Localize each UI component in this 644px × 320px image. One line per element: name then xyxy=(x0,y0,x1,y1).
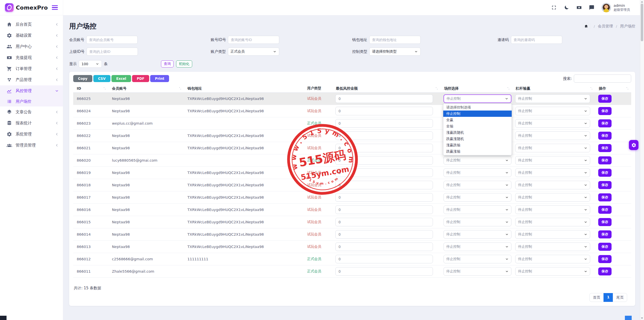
column-header-1[interactable]: 会员账号 xyxy=(108,86,184,91)
menu-toggle-icon[interactable] xyxy=(51,4,59,11)
export-copy-button[interactable]: Copy xyxy=(73,75,92,82)
dropdown-option[interactable]: 全输 xyxy=(443,123,512,129)
min-risk-amount-input[interactable] xyxy=(335,255,433,263)
min-risk-amount-input[interactable] xyxy=(335,267,433,276)
pagination-page-1[interactable]: 1 xyxy=(603,293,613,302)
save-button[interactable]: 保存 xyxy=(598,119,612,127)
wallet-icon[interactable] xyxy=(576,5,582,10)
sidebar-item-admin-management[interactable]: 管理员管理 xyxy=(0,140,63,151)
lever-winlose-select[interactable]: 停止控制 xyxy=(515,181,590,189)
sidebar-item-dashboard[interactable]: 后台首页 xyxy=(0,19,63,30)
min-risk-amount-input[interactable] xyxy=(335,94,433,103)
column-header-0[interactable]: ID xyxy=(73,86,108,90)
scene-control-select[interactable]: 停止控制 xyxy=(444,156,511,165)
scene-control-select[interactable]: 停止控制 xyxy=(444,242,511,251)
column-header-5[interactable]: 场控选择 xyxy=(440,86,512,91)
scene-control-select[interactable]: 停止控制 xyxy=(444,205,511,214)
lever-winlose-select[interactable]: 停止控制 xyxy=(515,218,590,226)
lever-winlose-select[interactable]: 停止控制 xyxy=(515,267,590,276)
min-risk-amount-input[interactable] xyxy=(335,144,433,152)
save-button[interactable]: 保存 xyxy=(598,169,612,177)
scene-control-select[interactable]: 停止控制 xyxy=(444,230,511,239)
column-header-7[interactable]: 操作 xyxy=(595,86,631,91)
scene-control-select[interactable]: 停止控制 xyxy=(444,193,511,202)
lever-winlose-select[interactable]: 停止控制 xyxy=(515,168,590,177)
pagination-first[interactable]: 首页 xyxy=(589,293,604,302)
dropdown-option[interactable]: 跌赢涨随机 xyxy=(443,136,512,142)
min-risk-amount-input[interactable] xyxy=(335,181,433,189)
save-button[interactable]: 保存 xyxy=(598,156,612,164)
save-button[interactable]: 保存 xyxy=(598,206,612,214)
min-risk-amount-input[interactable] xyxy=(335,205,433,214)
save-button[interactable]: 保存 xyxy=(598,144,612,152)
dropdown-option[interactable]: 停止控制 xyxy=(443,111,512,117)
lever-winlose-select[interactable]: 停止控制 xyxy=(515,242,590,251)
lever-winlose-select[interactable]: 停止控制 xyxy=(515,131,590,140)
dropdown-option[interactable]: 涨赢跌输 xyxy=(443,142,512,148)
sidebar-item-recharge-withdraw[interactable]: 充值提现 xyxy=(0,52,63,63)
search-input[interactable] xyxy=(574,75,631,83)
scene-control-select[interactable]: 停止控制 xyxy=(444,267,511,276)
export-csv-button[interactable]: CSV xyxy=(93,75,110,82)
admin-menu[interactable]: admin 超级管理员 xyxy=(601,3,630,12)
scene-control-select[interactable]: 停止控制 xyxy=(444,94,511,103)
min-risk-amount-input[interactable] xyxy=(335,107,433,115)
fullscreen-icon[interactable] xyxy=(551,5,557,10)
lever-winlose-select[interactable]: 停止控制 xyxy=(515,205,590,214)
pagination-last[interactable]: 尾页 xyxy=(613,293,627,302)
sidebar-item-order-management[interactable]: 订单管理 xyxy=(0,63,63,74)
sidebar-item-system-management[interactable]: 系统管理 xyxy=(0,129,63,140)
save-button[interactable]: 保存 xyxy=(598,181,612,189)
filter-control-type-select[interactable]: 请选择控制类型 xyxy=(369,48,421,56)
save-button[interactable]: 保存 xyxy=(598,95,612,103)
lever-winlose-select[interactable]: 停止控制 xyxy=(515,107,590,115)
save-button[interactable]: 保存 xyxy=(598,132,612,140)
sidebar-item-article-notice[interactable]: 文章公告 xyxy=(0,106,63,118)
dropdown-option[interactable]: 全赢 xyxy=(443,117,512,123)
save-button[interactable]: 保存 xyxy=(598,243,612,251)
lever-winlose-select[interactable]: 停止控制 xyxy=(515,230,590,239)
column-header-6[interactable]: 杠杆输赢 xyxy=(512,86,595,91)
scrollbar-thumb[interactable] xyxy=(641,4,643,41)
lever-winlose-select[interactable]: 停止控制 xyxy=(515,193,590,202)
lever-winlose-select[interactable]: 停止控制 xyxy=(515,94,590,103)
settings-fab-gear-icon[interactable] xyxy=(629,140,638,150)
reset-button[interactable]: 初始化 xyxy=(176,60,192,67)
sidebar-item-report-statistics[interactable]: 报表统计 xyxy=(0,118,63,129)
scene-control-select[interactable]: 停止控制 xyxy=(444,255,511,263)
filter-invite-code-input[interactable] xyxy=(511,36,562,44)
filter-account-id-input[interactable] xyxy=(228,36,279,44)
export-excel-button[interactable]: Excel xyxy=(111,75,131,82)
column-header-3[interactable]: 用户类型 xyxy=(297,86,332,91)
filter-wallet-address-input[interactable] xyxy=(369,36,421,44)
save-button[interactable]: 保存 xyxy=(598,107,612,115)
save-button[interactable]: 保存 xyxy=(598,255,612,263)
filter-account-type-select[interactable]: 正式会员 xyxy=(228,48,279,56)
dropdown-option[interactable]: 跌赢涨输 xyxy=(443,148,512,155)
min-risk-amount-input[interactable] xyxy=(335,156,433,165)
avatar[interactable] xyxy=(601,3,611,12)
scene-control-select[interactable]: 停止控制 xyxy=(444,168,511,177)
breadcrumb-item[interactable]: 会员管理 xyxy=(598,24,613,29)
messages-icon[interactable] xyxy=(589,5,594,10)
export-print-button[interactable]: Print xyxy=(150,75,169,82)
sidebar-subitem-user-scene-control[interactable]: 用户场控 xyxy=(0,96,63,106)
scrollbar-down-arrow-icon[interactable] xyxy=(641,317,643,319)
lever-winlose-select[interactable]: 停止控制 xyxy=(515,119,590,128)
query-button[interactable]: 查询 xyxy=(161,60,174,67)
export-pdf-button[interactable]: PDF xyxy=(132,75,149,82)
lever-winlose-select[interactable]: 停止控制 xyxy=(515,144,590,152)
filter-parent-id-input[interactable] xyxy=(87,48,138,56)
lever-winlose-select[interactable]: 停止控制 xyxy=(515,156,590,165)
scene-control-select[interactable]: 停止控制 xyxy=(444,218,511,226)
min-risk-amount-input[interactable] xyxy=(335,218,433,226)
min-risk-amount-input[interactable] xyxy=(335,230,433,239)
save-button[interactable]: 保存 xyxy=(598,193,612,201)
save-button[interactable]: 保存 xyxy=(598,218,612,226)
scrollbar-track[interactable] xyxy=(640,0,644,320)
save-button[interactable]: 保存 xyxy=(598,230,612,238)
brand[interactable]: ComexPro xyxy=(5,3,48,12)
scrollbar-up-arrow-icon[interactable] xyxy=(641,1,643,3)
lever-winlose-select[interactable]: 停止控制 xyxy=(515,255,590,263)
min-risk-amount-input[interactable] xyxy=(335,119,433,128)
